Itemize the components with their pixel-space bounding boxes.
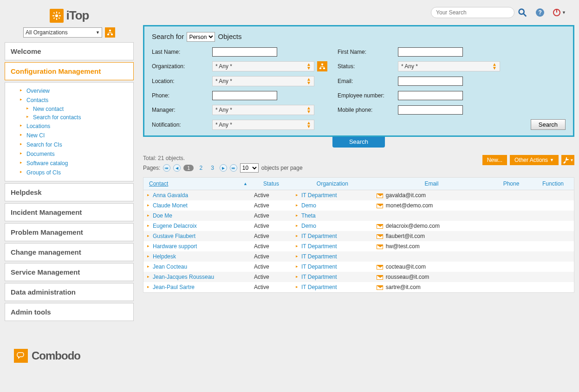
topbar: ? ▼ [143, 0, 574, 25]
col-function[interactable]: Function [532, 178, 574, 190]
cell-email[interactable]: sartre@it.com [373, 282, 490, 292]
nav-software-catalog[interactable]: Software catalog [20, 159, 126, 168]
cell-contact[interactable]: Anna Gavalda [143, 190, 250, 201]
cell-email [373, 251, 490, 262]
cell-email[interactable]: hw@test.com [373, 241, 490, 251]
per-page-select[interactable]: 10 [240, 163, 259, 173]
mail-icon [377, 244, 383, 249]
nav-new-contact[interactable]: New contact [26, 105, 126, 113]
select-status[interactable]: * Any *▲▼ [398, 61, 500, 71]
cell-contact[interactable]: Hardware support [143, 241, 250, 251]
input-employee-no[interactable] [398, 91, 463, 100]
nav-contacts[interactable]: Contacts [20, 96, 126, 105]
sort-updown-icon: ▲▼ [306, 121, 311, 129]
col-status[interactable]: Status [250, 178, 292, 190]
svg-rect-2 [56, 18, 57, 20]
cell-email[interactable]: delacroix@demo.com [373, 221, 490, 231]
new-button[interactable]: New... [482, 155, 507, 165]
other-actions-button[interactable]: Other Actions ▼ [510, 155, 559, 165]
cell-contact[interactable]: Jean Cocteau [143, 262, 250, 272]
org-tree-picker[interactable] [317, 61, 327, 71]
cell-organization[interactable]: IT Department [292, 272, 373, 282]
cell-organization[interactable]: IT Department [292, 251, 373, 262]
help-icon[interactable]: ? [536, 8, 544, 17]
col-email[interactable]: Email [373, 178, 490, 190]
input-first-name[interactable] [398, 47, 463, 57]
page-last-button[interactable]: ⏭ [230, 164, 237, 172]
object-type-select[interactable]: Person [187, 32, 215, 42]
global-search-input[interactable] [431, 7, 514, 18]
cell-phone [490, 251, 532, 262]
org-tree-button[interactable] [105, 27, 115, 38]
nav-search-cis[interactable]: Search for CIs [20, 140, 126, 149]
cell-phone [490, 262, 532, 272]
input-phone[interactable] [212, 91, 277, 100]
svg-rect-17 [319, 68, 321, 69]
menu-service[interactable]: Service Management [5, 263, 134, 281]
cell-organization[interactable]: IT Department [292, 241, 373, 251]
select-organization[interactable]: * Any *▲▼ [212, 61, 314, 71]
nav-search-contacts[interactable]: Search for contacts [26, 113, 126, 122]
label-manager: Manager: [152, 107, 203, 113]
cell-email[interactable]: flaubert@it.com [373, 231, 490, 241]
cell-contact[interactable]: Helpdesk [143, 251, 250, 262]
page-next-button[interactable]: ▶ [220, 164, 227, 172]
menu-config-management[interactable]: Configuration Management [5, 62, 134, 80]
cell-function [532, 190, 574, 201]
submenu-config: Overview Contacts New contact Search for… [5, 82, 134, 181]
menu-helpdesk[interactable]: Helpdesk [5, 183, 134, 201]
cell-contact[interactable]: Jean-Paul Sartre [143, 282, 250, 292]
page-link-3[interactable]: 3 [208, 165, 217, 171]
mail-icon [377, 234, 383, 239]
cell-organization[interactable]: IT Department [292, 262, 373, 272]
menu-admin-tools[interactable]: Admin tools [5, 303, 134, 321]
org-select-value: All Organizations [26, 29, 68, 36]
nav-overview[interactable]: Overview [20, 86, 126, 96]
page-link-2[interactable]: 2 [196, 165, 205, 171]
search-button[interactable]: Search [531, 119, 566, 130]
cell-organization[interactable]: Theta [292, 211, 373, 221]
nav-locations[interactable]: Locations [20, 122, 126, 131]
tab-search[interactable]: Search [332, 136, 385, 148]
menu-data-admin[interactable]: Data administration [5, 283, 134, 301]
cell-organization[interactable]: IT Department [292, 231, 373, 241]
menu-change[interactable]: Change management [5, 243, 134, 261]
col-contact[interactable]: Contact▲ [143, 178, 250, 190]
svg-rect-4 [59, 15, 61, 16]
cell-contact[interactable]: Jean-Jacques Rousseau [143, 272, 250, 282]
input-last-name[interactable] [212, 47, 277, 57]
cell-organization[interactable]: Demo [292, 200, 373, 211]
cell-organization[interactable]: IT Department [292, 190, 373, 201]
cell-organization[interactable]: IT Department [292, 282, 373, 292]
input-email[interactable] [398, 77, 463, 86]
cell-email[interactable]: monet@demo.com [373, 200, 490, 211]
cell-organization[interactable]: Demo [292, 221, 373, 231]
cell-contact[interactable]: Gustave Flaubert [143, 231, 250, 241]
nav-new-ci[interactable]: New CI [20, 131, 126, 140]
select-location[interactable]: * Any *▲▼ [212, 76, 314, 86]
nav-documents[interactable]: Documents [20, 149, 126, 159]
col-organization[interactable]: Organization [292, 178, 373, 190]
logoff-menu[interactable]: ▼ [553, 8, 566, 17]
cell-function [532, 221, 574, 231]
cell-contact[interactable]: Doe Me [143, 211, 250, 221]
tools-button[interactable]: ▼ [561, 155, 574, 165]
cell-email[interactable]: rousseau@it.com [373, 272, 490, 282]
org-select[interactable]: All Organizations ▼ [23, 27, 102, 38]
cell-contact[interactable]: Eugene Delacroix [143, 221, 250, 231]
menu-problem[interactable]: Problem Management [5, 223, 134, 241]
cell-email[interactable]: gavalda@it.com [373, 190, 490, 201]
page-prev-button[interactable]: ◀ [173, 164, 181, 172]
nav-groups-cis[interactable]: Groups of CIs [20, 168, 126, 177]
menu-welcome[interactable]: Welcome [5, 42, 134, 60]
cell-contact[interactable]: Claude Monet [143, 200, 250, 211]
select-notification[interactable]: * Any *▲▼ [212, 120, 314, 130]
page-first-button[interactable]: ⏮ [163, 164, 170, 172]
input-mobile[interactable] [398, 105, 463, 115]
menu-incident[interactable]: Incident Management [5, 203, 134, 221]
cell-email[interactable]: cocteau@it.com [373, 262, 490, 272]
sort-updown-icon: ▲▼ [492, 63, 497, 70]
col-phone[interactable]: Phone [490, 178, 532, 190]
select-manager[interactable]: * Any *▲▼ [212, 105, 314, 115]
search-icon[interactable] [517, 7, 527, 18]
